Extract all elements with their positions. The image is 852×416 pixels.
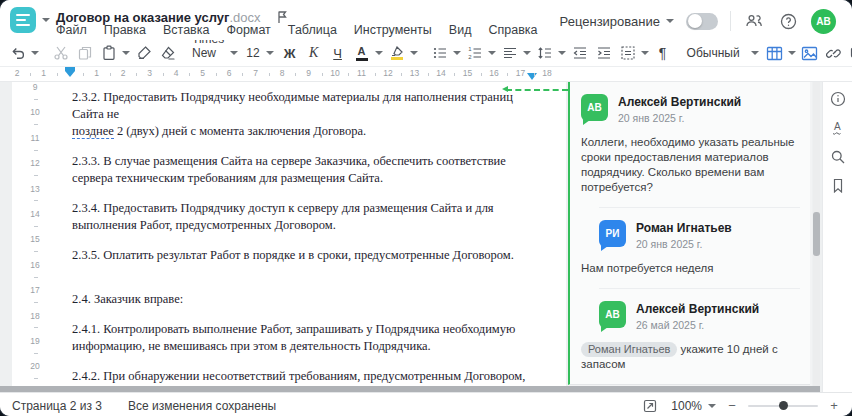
svg-text:2: 2: [468, 54, 472, 60]
insert-table-button[interactable]: [763, 41, 787, 65]
h-ruler-number: 8: [280, 68, 285, 78]
zoom-select[interactable]: 100%: [671, 399, 716, 413]
zoom-in-button[interactable]: +: [828, 398, 840, 413]
format-painter-button[interactable]: [132, 41, 156, 65]
h-ruler-tick: [30, 73, 31, 76]
numbered-list-caret-icon[interactable]: [488, 51, 496, 55]
paragraph-2-3-3[interactable]: 2.3.3. В случае размещения Сайта на серв…: [72, 153, 537, 187]
bold-button[interactable]: Ж: [278, 41, 302, 65]
menu-item-4[interactable]: Формат: [226, 23, 270, 37]
comment-reply[interactable]: АВАлексей Вертинский26 май 2025 г.Роман …: [581, 301, 800, 372]
paste-button[interactable]: [97, 41, 121, 65]
v-ruler-tick: [34, 251, 38, 252]
font-family-select[interactable]: Times New ...: [188, 41, 242, 65]
menu-item-3[interactable]: Вставка: [163, 23, 209, 37]
font-size-select[interactable]: 12: [242, 41, 277, 65]
borders-caret-icon[interactable]: [641, 51, 649, 55]
commented-text[interactable]: позднее: [72, 124, 114, 139]
paste-caret-icon[interactable]: [122, 51, 130, 55]
bookmark-icon[interactable]: [829, 177, 847, 195]
paragraph-style-select[interactable]: Обычный: [683, 41, 763, 65]
paragraph-2-3-2[interactable]: 2.3.2. Предоставить Подрядчику необходим…: [72, 89, 537, 140]
undo-button[interactable]: [6, 41, 30, 65]
insert-image-button[interactable]: [798, 41, 822, 65]
comment-avatar: АВ: [581, 94, 608, 121]
underline-button[interactable]: Ч: [326, 41, 350, 65]
h-ruler-tick: [216, 73, 217, 76]
line-spacing-button[interactable]: [533, 41, 557, 65]
highlight-caret-icon[interactable]: [410, 51, 418, 55]
insert-link-button[interactable]: [822, 41, 846, 65]
comment-text: Нам потребуется неделя: [581, 261, 800, 276]
document-page[interactable]: 91011121314151617181920 2.3.2. Предостав…: [12, 82, 566, 386]
menu-item-7[interactable]: Вид: [449, 23, 472, 37]
v-ruler-tick: [34, 175, 38, 176]
comment-root[interactable]: АВАлексей Вертинский20 янв 2025 г.Коллег…: [581, 94, 800, 195]
align-caret-icon[interactable]: [523, 51, 531, 55]
search-icon[interactable]: [829, 148, 847, 166]
numbered-list-button[interactable]: 12: [463, 41, 487, 65]
insert-comment-button[interactable]: [846, 41, 852, 65]
paragraph-borders-button[interactable]: [616, 41, 640, 65]
collaborators-icon[interactable]: [743, 10, 765, 32]
font-size-caret-icon: [266, 51, 274, 55]
vertical-scrollbar[interactable]: [813, 82, 820, 386]
info-icon[interactable]: [829, 90, 847, 108]
menu-item-8[interactable]: Справка: [488, 23, 537, 37]
zoom-out-button[interactable]: −: [726, 398, 738, 413]
mention-chip[interactable]: Роман Игнатьев: [581, 342, 677, 357]
page-indicator[interactable]: Страница 2 из 3: [12, 399, 102, 413]
paragraph-2-4-1[interactable]: 2.4.1. Контролировать выполнение Работ, …: [72, 321, 537, 355]
scrollbar-thumb[interactable]: [813, 212, 820, 256]
v-ruler-number: 11: [26, 133, 44, 143]
paragraph-text: 2.3.2. Предоставить Подрядчику необходим…: [72, 90, 513, 121]
undo-caret-icon[interactable]: [31, 51, 39, 55]
menu-item-5[interactable]: Таблица: [288, 23, 337, 37]
font-color-button[interactable]: А: [350, 41, 374, 65]
fit-page-icon[interactable]: [639, 395, 661, 416]
comment-avatar: РИ: [599, 220, 626, 247]
review-toggle[interactable]: [686, 13, 718, 30]
indent-marker-left[interactable]: [65, 67, 75, 78]
document-text[interactable]: 2.3.2. Предоставить Подрядчику необходим…: [72, 82, 537, 392]
zoom-slider-handle[interactable]: [779, 401, 788, 410]
spellcheck-icon[interactable]: А: [829, 119, 847, 137]
h-ruler-number: 17: [516, 68, 525, 78]
bullet-list-caret-icon[interactable]: [453, 51, 461, 55]
v-ruler-number: 13: [26, 184, 44, 194]
menu-item-1[interactable]: Файл: [56, 23, 87, 37]
comment-thread-card[interactable]: АВАлексей Вертинский20 янв 2025 г.Коллег…: [568, 82, 810, 385]
comment-avatar: АВ: [599, 301, 626, 328]
menu-item-6[interactable]: Инструменты: [354, 23, 432, 37]
line-spacing-caret-icon[interactable]: [558, 51, 566, 55]
highlight-color-button[interactable]: [385, 41, 409, 65]
h-ruler-tick: [189, 73, 190, 76]
logo-menu-caret-icon[interactable]: [42, 18, 50, 22]
clear-formatting-button[interactable]: [156, 41, 180, 65]
italic-button[interactable]: К: [302, 41, 326, 65]
font-color-caret-icon[interactable]: [375, 51, 383, 55]
zoom-slider[interactable]: [748, 405, 818, 407]
app-logo-icon[interactable]: [10, 7, 36, 33]
indent-marker-right[interactable]: [527, 73, 537, 80]
bullet-list-button[interactable]: [428, 41, 452, 65]
review-mode-button[interactable]: Рецензирование: [560, 14, 674, 29]
formatting-marks-button[interactable]: ¶: [651, 41, 675, 65]
decrease-indent-button[interactable]: [568, 41, 592, 65]
paragraph-2-3-4[interactable]: 2.3.4. Предоставить Подрядчику доступ к …: [72, 200, 537, 234]
paragraph-2-4[interactable]: 2.4. Заказчик вправе:: [72, 291, 537, 308]
horizontal-scrollbar[interactable]: [0, 386, 820, 392]
menu-item-2[interactable]: Правка: [104, 23, 146, 37]
align-left-button[interactable]: [498, 41, 522, 65]
comment-reply[interactable]: РИРоман Игнатьев20 янв 2025 г.Нам потреб…: [581, 220, 800, 276]
h-ruler-number: 9: [306, 68, 311, 78]
table-caret-icon[interactable]: [788, 51, 796, 55]
copy-button[interactable]: [73, 41, 97, 65]
help-icon[interactable]: [777, 10, 799, 32]
font-family-caret-icon: [230, 51, 238, 55]
user-avatar[interactable]: АВ: [811, 9, 836, 34]
paragraph-2-3-5[interactable]: 2.3.5. Оплатить результат Работ в порядк…: [72, 247, 537, 264]
increase-indent-button[interactable]: [592, 41, 616, 65]
comment-date: 20 янв 2025 г.: [636, 238, 732, 250]
cut-button[interactable]: [49, 41, 73, 65]
